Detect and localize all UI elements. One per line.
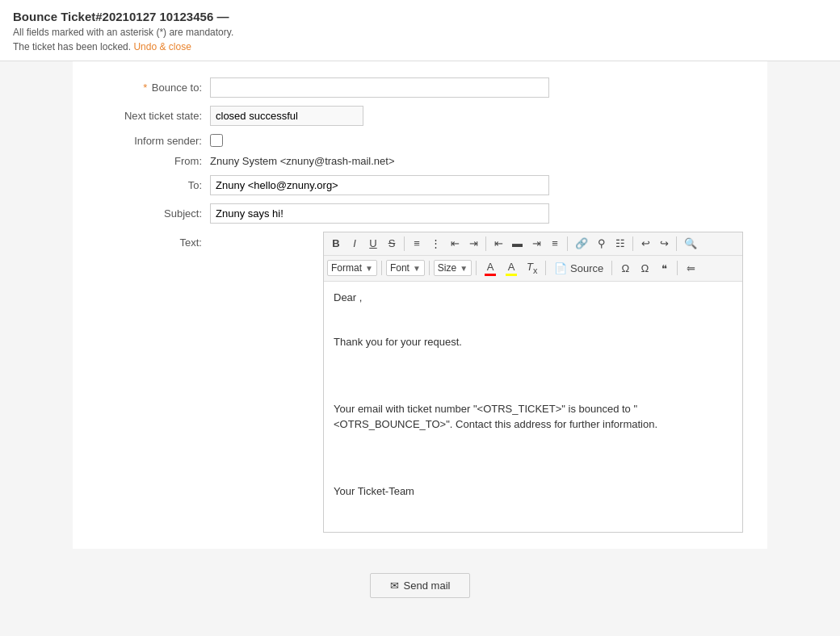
toolbar-sep4: [632, 236, 633, 251]
from-label: From:: [97, 155, 210, 167]
inform-sender-label: Inform sender:: [97, 135, 210, 147]
toolbar-sep8: [476, 261, 477, 275]
lock-notice: The ticket has been locked. Undo & close: [13, 41, 827, 52]
next-state-input[interactable]: [210, 106, 363, 126]
toolbar-sep11: [677, 261, 678, 275]
source-button[interactable]: 📄 Source: [550, 260, 607, 278]
editor-content[interactable]: Dear , Thank you for your request. Your …: [324, 282, 742, 532]
unlink-button[interactable]: ⚲: [593, 235, 611, 253]
toolbar-sep10: [611, 261, 612, 275]
bg-color-button[interactable]: A: [502, 258, 521, 279]
toolbar-row1: B I U S ≡ ⋮ ⇤ ⇥ ⇤ ▬ ⇥ ≡ 🔗 ⚲ ☷ ↩ ↪: [324, 232, 742, 256]
toolbar-sep6: [381, 261, 382, 275]
subject-input[interactable]: [210, 203, 549, 224]
form-container: * Bounce to: Next ticket state: Inform s…: [73, 61, 767, 549]
toolbar-sep3: [567, 236, 568, 251]
align-justify-button[interactable]: ≡: [546, 235, 564, 253]
align-right-button[interactable]: ⇥: [527, 235, 545, 253]
send-mail-label: Send mail: [404, 580, 451, 592]
toolbar-sep5: [676, 236, 677, 251]
source-label: Source: [570, 262, 603, 274]
align-center-button[interactable]: ▬: [508, 235, 527, 253]
editor-line-2[interactable]: [334, 312, 733, 328]
text-label: Text:: [97, 232, 210, 249]
bounce-to-label: * Bounce to:: [97, 82, 210, 94]
strikethrough-button[interactable]: S: [383, 235, 401, 253]
fullscreen-button[interactable]: ⥢: [682, 260, 699, 278]
editor-line-10[interactable]: [334, 505, 733, 521]
indent-right-button[interactable]: ⇥: [464, 235, 482, 253]
text-editor: B I U S ≡ ⋮ ⇤ ⇥ ⇤ ▬ ⇥ ≡ 🔗 ⚲ ☷ ↩ ↪: [323, 232, 743, 533]
editor-line-8[interactable]: [334, 461, 733, 477]
link-button[interactable]: 🔗: [571, 235, 592, 253]
source-icon: 📄: [554, 262, 567, 274]
from-value: Znuny System <znuny@trash-mail.net>: [210, 155, 395, 167]
italic-button[interactable]: I: [346, 235, 363, 253]
editor-line-7[interactable]: [334, 439, 733, 455]
required-star: *: [143, 82, 147, 94]
font-color-button[interactable]: A: [481, 258, 500, 279]
editor-line-3[interactable]: Thank you for your request.: [334, 334, 733, 350]
text-row: Text: B I U S ≡ ⋮ ⇤ ⇥ ⇤ ▬ ⇥ ≡ 🔗 ⚲: [97, 232, 743, 533]
format-arrow-icon: ▼: [365, 264, 373, 273]
editor-line-5[interactable]: [334, 379, 733, 395]
next-state-label: Next ticket state:: [97, 110, 210, 122]
subject-row: Subject:: [97, 203, 743, 224]
send-mail-icon: ✉: [390, 580, 399, 592]
bounce-to-input[interactable]: [210, 77, 549, 98]
inform-sender-checkbox[interactable]: [210, 134, 223, 147]
inform-sender-row: Inform sender:: [97, 134, 743, 147]
bold-button[interactable]: B: [327, 235, 345, 253]
special-char-button[interactable]: Ω: [616, 260, 634, 278]
ordered-list-button[interactable]: ≡: [408, 235, 426, 253]
align-left-button[interactable]: ⇤: [489, 235, 507, 253]
bounce-to-row: * Bounce to:: [97, 77, 743, 98]
next-state-row: Next ticket state:: [97, 106, 743, 126]
to-input[interactable]: [210, 175, 549, 195]
abbr-button[interactable]: Ω: [636, 260, 653, 278]
editor-line-11[interactable]: Shawn Beasley: [334, 528, 733, 533]
toolbar-sep1: [404, 236, 405, 251]
editor-line-1[interactable]: Dear ,: [334, 290, 733, 306]
size-arrow-icon: ▼: [460, 264, 468, 273]
from-row: From: Znuny System <znuny@trash-mail.net…: [97, 155, 743, 167]
to-label: To:: [97, 179, 210, 191]
send-mail-button[interactable]: ✉ Send mail: [370, 573, 471, 598]
font-dropdown[interactable]: Font ▼: [386, 260, 425, 276]
format-label: Format: [331, 262, 362, 274]
redo-button[interactable]: ↪: [655, 235, 673, 253]
to-row: To:: [97, 175, 743, 195]
editor-line-4[interactable]: [334, 357, 733, 373]
size-label: Size: [438, 262, 456, 274]
clear-format-button[interactable]: Tx: [523, 258, 541, 278]
page-title: Bounce Ticket#20210127 10123456 —: [13, 10, 827, 23]
unordered-list-button[interactable]: ⋮: [426, 235, 445, 253]
bottom-bar: ✉ Send mail: [0, 573, 840, 622]
size-dropdown[interactable]: Size ▼: [434, 260, 472, 276]
editor-line-9[interactable]: Your Ticket-Team: [334, 483, 733, 500]
search-button[interactable]: 🔍: [680, 235, 701, 253]
table-button[interactable]: ☷: [611, 235, 629, 253]
toolbar-sep2: [485, 236, 486, 251]
page-header: Bounce Ticket#20210127 10123456 — All fi…: [0, 0, 840, 61]
undo-close-link[interactable]: Undo & close: [133, 41, 191, 52]
bg-color-indicator: [506, 274, 517, 276]
indent-left-button[interactable]: ⇤: [446, 235, 464, 253]
font-arrow-icon: ▼: [413, 264, 421, 273]
toolbar-row2: Format ▼ Font ▼ Size ▼ A: [324, 256, 742, 282]
underline-button[interactable]: U: [364, 235, 382, 253]
quote-button[interactable]: ❝: [655, 260, 673, 278]
editor-line-6[interactable]: Your email with ticket number "<OTRS_TIC…: [334, 401, 733, 433]
mandatory-note: All fields marked with an asterisk (*) a…: [13, 27, 827, 38]
font-label: Font: [390, 262, 410, 274]
subject-label: Subject:: [97, 207, 210, 220]
undo-button[interactable]: ↩: [636, 235, 654, 253]
toolbar-sep9: [545, 261, 546, 275]
toolbar-sep7: [429, 261, 430, 275]
font-color-indicator: [485, 274, 496, 276]
format-dropdown[interactable]: Format ▼: [327, 260, 377, 276]
